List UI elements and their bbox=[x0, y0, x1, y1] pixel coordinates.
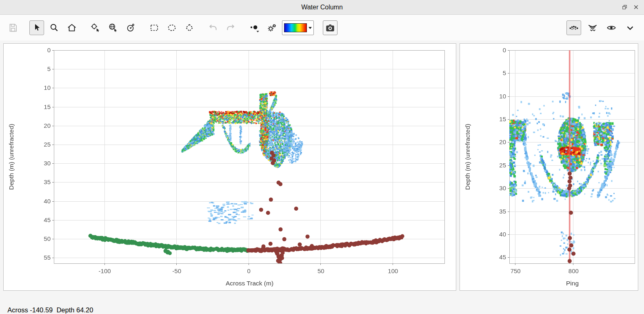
select-cursor-button[interactable] bbox=[29, 20, 44, 35]
zoom-globe-button[interactable] bbox=[106, 20, 120, 35]
window-controls bbox=[620, 2, 644, 12]
compass-button[interactable] bbox=[123, 20, 138, 35]
expand-button[interactable] bbox=[623, 20, 637, 35]
titlebar: Water Column bbox=[0, 0, 644, 15]
magnifier-icon bbox=[49, 22, 60, 33]
eye-icon bbox=[606, 22, 617, 33]
ping-plot-panel[interactable]: Depth (m) (unrefracted) Ping 75080005101… bbox=[460, 43, 638, 291]
gears-icon bbox=[266, 22, 277, 33]
home-button[interactable] bbox=[64, 20, 79, 35]
home-icon bbox=[67, 22, 77, 33]
across-track-plot-panel[interactable]: Depth (m) (unrefracted) Across Track (m)… bbox=[3, 43, 456, 291]
colormap-selector[interactable] bbox=[282, 20, 314, 35]
x-axis-label: Ping bbox=[510, 280, 635, 287]
close-icon bbox=[633, 4, 639, 10]
undo-icon bbox=[208, 22, 218, 33]
toolbar bbox=[0, 15, 644, 40]
snapshot-button[interactable] bbox=[323, 20, 338, 35]
globe-cursor-icon bbox=[108, 22, 118, 33]
point-size-dropdown-button[interactable] bbox=[247, 20, 262, 35]
chevron-down-icon bbox=[625, 22, 635, 33]
zoom-point-button[interactable] bbox=[88, 20, 103, 35]
visibility-button[interactable] bbox=[604, 20, 619, 35]
polygon-select-icon bbox=[184, 22, 195, 33]
rect-select-button[interactable] bbox=[147, 20, 162, 35]
ping-plot-canvas[interactable] bbox=[460, 44, 638, 290]
across-track-plot-canvas[interactable] bbox=[4, 44, 456, 290]
scatter-points-icon bbox=[568, 22, 580, 33]
points-display-toggle[interactable] bbox=[566, 20, 581, 35]
save-button[interactable] bbox=[6, 20, 20, 35]
caret-down-icon bbox=[309, 27, 312, 29]
colormap-gradient bbox=[284, 23, 307, 32]
redo-icon bbox=[225, 22, 236, 33]
float-window-button[interactable] bbox=[620, 2, 629, 12]
swath-history-button[interactable] bbox=[585, 20, 600, 35]
zoom-button[interactable] bbox=[47, 20, 62, 35]
redo-button[interactable] bbox=[223, 20, 238, 35]
settings-button[interactable] bbox=[264, 20, 279, 35]
camera-icon bbox=[325, 22, 335, 33]
rect-select-icon bbox=[149, 22, 160, 33]
ellipse-select-icon bbox=[167, 22, 177, 33]
window-title: Water Column bbox=[0, 4, 644, 11]
compass-icon bbox=[125, 22, 136, 33]
statusbar: Across -140.59 Depth 64.20 bbox=[4, 298, 93, 314]
y-axis-label: Depth (m) (unrefracted) bbox=[463, 50, 472, 263]
polygon-select-button[interactable] bbox=[182, 20, 197, 35]
point-size-icon bbox=[249, 22, 260, 33]
float-window-icon bbox=[622, 4, 628, 10]
x-axis-label: Across Track (m) bbox=[54, 280, 445, 287]
swath-stack-icon bbox=[587, 22, 598, 33]
close-window-button[interactable] bbox=[631, 2, 641, 12]
ellipse-select-button[interactable] bbox=[164, 20, 179, 35]
cursor-arrow-icon bbox=[32, 23, 42, 33]
undo-button[interactable] bbox=[206, 20, 220, 35]
save-icon bbox=[8, 22, 18, 33]
cursor-position-readout: Across -140.59 Depth 64.20 bbox=[7, 306, 93, 314]
crosshair-cursor-icon bbox=[90, 22, 101, 33]
y-axis-label: Depth (m) (unrefracted) bbox=[7, 50, 16, 263]
